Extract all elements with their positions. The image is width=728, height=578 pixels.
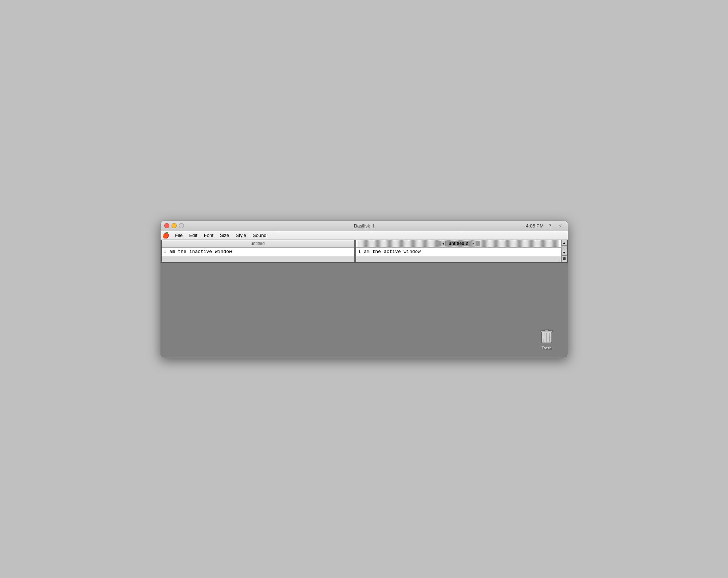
active-document-window-container: ◀ untitled 2 ▶ I am the active window ▲ … bbox=[356, 240, 567, 262]
active-window-body[interactable]: I am the active window bbox=[356, 248, 561, 256]
title-bar-right: 4:05 PM ? ⚡ bbox=[526, 222, 564, 229]
window-scroll-right[interactable]: ▶ bbox=[471, 241, 476, 246]
window-title: Basilisk II bbox=[354, 223, 374, 229]
close-button[interactable] bbox=[164, 223, 169, 228]
trash-icon[interactable]: Trash bbox=[540, 329, 553, 350]
inactive-window-title-bar[interactable]: untitled bbox=[162, 240, 354, 248]
scroll-up-button[interactable]: ▲ bbox=[562, 240, 567, 246]
window-controls bbox=[164, 223, 184, 228]
menu-file[interactable]: File bbox=[172, 232, 186, 239]
active-window-title-bar[interactable]: ◀ untitled 2 ▶ bbox=[356, 240, 561, 248]
inactive-window-title: untitled bbox=[251, 241, 265, 246]
menu-font[interactable]: Font bbox=[201, 232, 216, 239]
inactive-window-content: I am the inactive window bbox=[164, 249, 232, 254]
menu-edit[interactable]: Edit bbox=[186, 232, 200, 239]
trash-label: Trash bbox=[542, 346, 552, 350]
trash-graphic bbox=[540, 329, 553, 345]
trash-svg bbox=[540, 329, 553, 344]
active-window-footer bbox=[356, 256, 561, 262]
title-bar: Basilisk II 4:05 PM ? ⚡ bbox=[161, 221, 568, 231]
maximize-button[interactable] bbox=[179, 223, 184, 228]
vertical-scrollbar: ▲ ▼ ⬛ bbox=[561, 240, 567, 262]
active-title-container: ◀ untitled 2 ▶ bbox=[358, 240, 559, 247]
menu-bar: 🍎 File Edit Font Size Style Sound bbox=[161, 231, 568, 240]
windows-area: untitled I am the inactive window ◀ unti… bbox=[161, 240, 568, 263]
scroll-track[interactable] bbox=[562, 246, 567, 250]
window-scroll-left[interactable]: ◀ bbox=[441, 241, 446, 246]
active-window-title: untitled 2 bbox=[447, 241, 469, 246]
scroll-bottom-button[interactable]: ⬛ bbox=[562, 256, 567, 262]
time-display: 4:05 PM bbox=[526, 223, 543, 229]
active-document-window: ◀ untitled 2 ▶ I am the active window bbox=[356, 240, 561, 262]
help-icon[interactable]: ? bbox=[547, 222, 554, 229]
inactive-window-body[interactable]: I am the inactive window bbox=[162, 248, 354, 256]
inactive-document-window: untitled I am the inactive window bbox=[161, 240, 354, 262]
active-title-label-box: ◀ untitled 2 ▶ bbox=[437, 241, 480, 246]
minimize-button[interactable] bbox=[172, 223, 177, 228]
inactive-window-footer bbox=[162, 256, 354, 262]
svg-rect-1 bbox=[545, 329, 548, 331]
menu-style[interactable]: Style bbox=[233, 232, 249, 239]
apple-menu[interactable]: 🍎 bbox=[162, 231, 169, 239]
menu-sound[interactable]: Sound bbox=[250, 232, 269, 239]
scroll-down-button[interactable]: ▼ bbox=[562, 250, 567, 256]
menu-size[interactable]: Size bbox=[217, 232, 232, 239]
active-window-content: I am the active window bbox=[358, 249, 421, 254]
mac-window: Basilisk II 4:05 PM ? ⚡ 🍎 File Edit Font… bbox=[160, 221, 568, 358]
desktop-area: Trash bbox=[161, 263, 568, 357]
battery-icon[interactable]: ⚡ bbox=[557, 222, 564, 229]
